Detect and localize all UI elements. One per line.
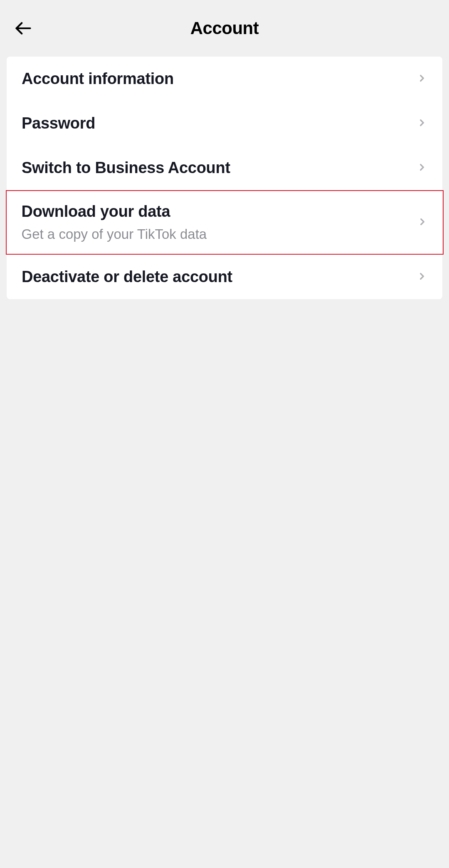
row-text: Download your data Get a copy of your Ti…: [22, 203, 207, 242]
settings-card: Account information Password Switch to B…: [7, 57, 442, 299]
deactivate-delete-row[interactable]: Deactivate or delete account: [7, 255, 442, 299]
download-your-data-row[interactable]: Download your data Get a copy of your Ti…: [6, 190, 444, 255]
chevron-right-icon: [417, 216, 428, 229]
row-text: Account information: [22, 70, 174, 88]
row-text: Deactivate or delete account: [22, 268, 232, 286]
back-arrow-icon: [14, 19, 32, 37]
chevron-right-icon: [417, 162, 427, 174]
account-information-row[interactable]: Account information: [7, 57, 442, 101]
back-button[interactable]: [13, 18, 33, 38]
row-text: Switch to Business Account: [22, 159, 230, 177]
row-label: Account information: [22, 70, 174, 88]
row-label: Download your data: [22, 203, 207, 221]
row-label: Switch to Business Account: [22, 159, 230, 177]
chevron-right-icon: [417, 117, 427, 130]
chevron-right-icon: [417, 271, 427, 283]
row-text: Password: [22, 114, 95, 132]
page-title: Account: [0, 18, 449, 38]
row-sublabel: Get a copy of your TikTok data: [22, 226, 207, 242]
password-row[interactable]: Password: [7, 101, 442, 146]
header: Account: [0, 0, 449, 57]
row-label: Deactivate or delete account: [22, 268, 232, 286]
row-label: Password: [22, 114, 95, 132]
switch-business-row[interactable]: Switch to Business Account: [7, 146, 442, 190]
chevron-right-icon: [417, 73, 427, 85]
